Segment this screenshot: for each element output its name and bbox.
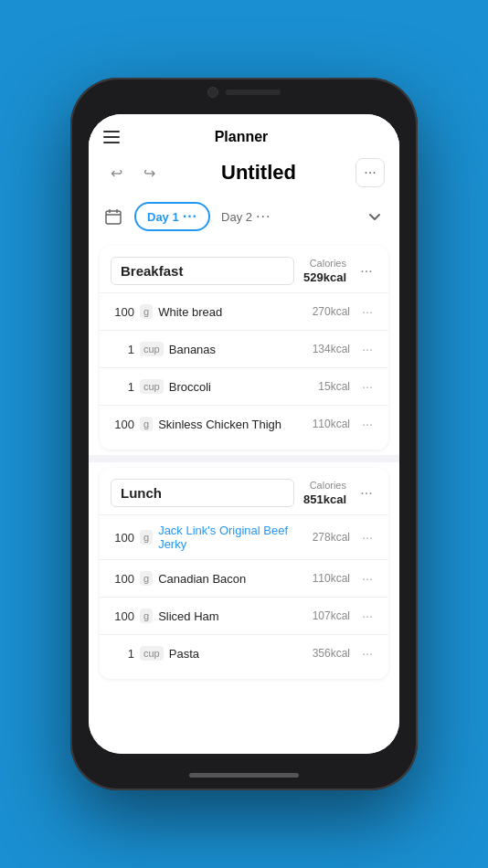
food-kcal: 270kcal [313, 305, 350, 318]
food-more-button[interactable]: ··· [357, 643, 377, 663]
food-kcal: 110kcal [313, 418, 350, 430]
food-more-button[interactable]: ··· [357, 302, 377, 322]
food-name-link[interactable]: Jack Link's Original Beef Jerky [158, 524, 313, 551]
phone-notch [207, 87, 281, 98]
day-tabs-row: Day 1 ··· Day 2 ··· [89, 196, 399, 240]
food-row: 1 cup Broccoli 15kcal ··· [100, 367, 388, 405]
undo-button[interactable]: ↩ [103, 160, 129, 185]
day2-dots: ··· [256, 208, 271, 225]
food-name: Sliced Ham [158, 609, 313, 623]
lunch-section: Lunch Calories 851kcal ··· 100 g Jack Li… [100, 468, 388, 679]
food-name: Broccoli [169, 380, 319, 394]
home-indicator [189, 773, 299, 778]
section-divider [89, 455, 399, 462]
day1-label: Day 1 [147, 210, 179, 224]
app-container: Planner ↩ ↪ Untitled ··· [89, 114, 399, 754]
hamburger-menu-button[interactable] [103, 131, 120, 143]
food-qty: 100 [111, 418, 134, 431]
breakfast-calories-value: 529kcal [303, 270, 346, 284]
breakfast-section: Breakfast Calories 529kcal ··· 100 g Whi… [100, 246, 388, 450]
lunch-calories-value: 851kcal [303, 492, 346, 506]
food-name: Skinless Chicken Thigh [158, 418, 313, 431]
plan-more-button[interactable]: ··· [355, 158, 385, 187]
food-kcal: 110kcal [313, 572, 350, 585]
food-row: 100 g Jack Link's Original Beef Jerky 27… [100, 514, 388, 559]
calendar-icon [105, 208, 122, 225]
food-qty: 1 [111, 343, 134, 356]
phone-camera [207, 87, 218, 98]
phone-speaker [226, 90, 281, 95]
redo-button[interactable]: ↪ [136, 160, 162, 185]
breakfast-calories-block: Calories 529kcal [303, 258, 346, 285]
food-row: 100 g Skinless Chicken Thigh 110kcal ··· [100, 405, 388, 442]
day1-dots: ··· [183, 208, 197, 225]
food-unit: g [140, 417, 153, 431]
food-qty: 1 [111, 380, 134, 394]
food-unit: g [140, 304, 153, 319]
food-qty: 100 [111, 609, 134, 623]
food-unit: cup [140, 646, 164, 661]
food-row: 100 g White bread 270kcal ··· [100, 292, 388, 330]
food-row: 1 cup Pasta 356kcal ··· [100, 634, 388, 672]
food-row: 100 g Sliced Ham 107kcal ··· [100, 597, 388, 634]
food-more-button[interactable]: ··· [357, 568, 377, 588]
food-more-button[interactable]: ··· [357, 527, 377, 547]
food-unit: g [140, 571, 153, 586]
lunch-calories-block: Calories 851kcal [303, 480, 346, 507]
food-qty: 100 [111, 572, 134, 586]
chevron-down-icon [367, 209, 382, 224]
breakfast-header: Breakfast Calories 529kcal ··· [100, 246, 388, 292]
lunch-more-button[interactable]: ··· [355, 482, 377, 504]
food-name: White bread [158, 305, 313, 319]
food-qty: 100 [111, 531, 134, 545]
svg-rect-0 [106, 211, 121, 224]
breakfast-more-button[interactable]: ··· [355, 260, 377, 282]
collapse-button[interactable] [361, 203, 388, 230]
food-qty: 1 [111, 647, 134, 661]
food-unit: g [140, 530, 153, 545]
title-bar: ↩ ↪ Untitled ··· [89, 153, 399, 196]
lunch-header: Lunch Calories 851kcal ··· [100, 468, 388, 514]
food-name: Canadian Bacon [158, 572, 313, 586]
food-kcal: 356kcal [313, 647, 350, 660]
food-qty: 100 [111, 305, 134, 319]
ellipsis-icon: ··· [364, 164, 376, 181]
food-kcal: 278kcal [313, 531, 350, 544]
breakfast-name: Breakfast [111, 257, 294, 285]
day2-label: Day 2 [221, 210, 252, 224]
food-more-button[interactable]: ··· [357, 606, 377, 626]
day1-tab[interactable]: Day 1 ··· [134, 202, 210, 231]
food-kcal: 134kcal [313, 343, 350, 355]
phone-screen: Planner ↩ ↪ Untitled ··· [89, 114, 399, 754]
lunch-name: Lunch [111, 479, 294, 507]
food-more-button[interactable]: ··· [357, 414, 377, 434]
phone-frame: Planner ↩ ↪ Untitled ··· [70, 78, 418, 790]
food-kcal: 15kcal [318, 380, 350, 393]
food-kcal: 107kcal [313, 609, 350, 622]
lunch-calories-label: Calories [303, 480, 346, 491]
calendar-icon-button[interactable] [100, 203, 127, 230]
breakfast-calories-label: Calories [303, 258, 346, 269]
food-unit: cup [140, 342, 164, 356]
food-more-button[interactable]: ··· [357, 376, 377, 397]
food-name: Bananas [169, 343, 313, 356]
food-row: 1 cup Bananas 134kcal ··· [100, 330, 388, 367]
food-row: 100 g Canadian Bacon 110kcal ··· [100, 559, 388, 597]
day2-tab[interactable]: Day 2 ··· [217, 204, 274, 229]
plan-title: Untitled [169, 161, 348, 185]
app-header: Planner [89, 114, 399, 153]
header-title: Planner [120, 129, 363, 145]
food-unit: g [140, 609, 153, 623]
food-unit: cup [140, 379, 164, 394]
food-name: Pasta [169, 647, 313, 661]
food-more-button[interactable]: ··· [357, 339, 377, 359]
